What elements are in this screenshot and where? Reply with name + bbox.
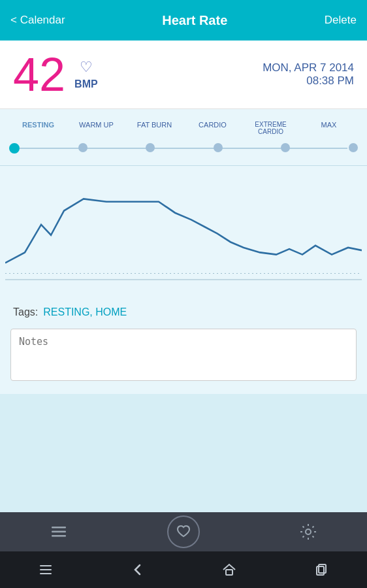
page-title: Heart Rate	[162, 13, 227, 28]
zone-resting[interactable]: RESTING	[9, 121, 67, 135]
zone-dot-extreme[interactable]	[281, 143, 290, 152]
svg-rect-5	[40, 565, 52, 566]
hr-date: MON, APR 7 2014	[263, 61, 354, 74]
svg-rect-3	[52, 535, 66, 537]
zone-dots	[9, 143, 358, 154]
heart-icon: ♡	[80, 59, 93, 76]
zone-selector: RESTING WARM UP FAT BURN CARDIO EXTREME …	[0, 109, 367, 165]
zone-cardio[interactable]: CARDIO	[184, 121, 242, 135]
bpm-label: BMP	[74, 78, 98, 90]
tags-section: Tags: RESTING, HOME	[0, 296, 367, 329]
svg-rect-1	[52, 527, 66, 529]
zone-labels: RESTING WARM UP FAT BURN CARDIO EXTREME …	[7, 121, 360, 135]
back-button[interactable]: < Calendar	[10, 14, 65, 27]
svg-rect-6	[40, 569, 52, 570]
delete-button[interactable]: Delete	[325, 14, 357, 27]
android-recents-button[interactable]	[313, 562, 329, 578]
zone-extreme-cardio[interactable]: EXTREME CARDIO	[242, 121, 300, 135]
zone-warmup[interactable]: WARM UP	[67, 121, 125, 135]
settings-tab-button[interactable]	[299, 523, 317, 541]
tags-value[interactable]: RESTING, HOME	[43, 306, 127, 318]
svg-rect-8	[226, 570, 232, 575]
hr-datetime: MON, APR 7 2014 08:38 PM	[263, 61, 354, 88]
tags-label: Tags:	[13, 306, 38, 318]
hr-time: 08:38 PM	[263, 74, 354, 88]
heart-rate-value: 42	[13, 51, 65, 98]
zone-dot-cardio[interactable]	[214, 143, 223, 152]
heart-rate-card: 42 ♡ BMP MON, APR 7 2014 08:38 PM	[0, 41, 367, 109]
svg-rect-2	[52, 531, 66, 533]
svg-rect-9	[317, 566, 324, 575]
list-tab-button[interactable]	[50, 523, 68, 541]
chart-section	[0, 165, 367, 296]
top-navigation-bar: < Calendar Heart Rate Delete	[0, 0, 367, 41]
heart-tab-button[interactable]	[167, 515, 200, 548]
chart-container	[0, 166, 367, 287]
android-menu-button[interactable]	[38, 562, 54, 578]
svg-rect-7	[40, 573, 52, 574]
zone-dot-warmup[interactable]	[78, 143, 88, 152]
zone-dot-fatburn[interactable]	[146, 143, 155, 152]
android-navigation-bar	[0, 551, 367, 588]
android-back-button[interactable]	[130, 562, 146, 578]
chart-ruler	[5, 273, 362, 274]
hr-value-section: 42 ♡ BMP	[13, 51, 98, 98]
zone-track	[7, 140, 360, 156]
zone-fatburn[interactable]: FAT BURN	[125, 121, 184, 135]
android-home-button[interactable]	[221, 562, 237, 578]
svg-rect-10	[319, 564, 326, 573]
svg-point-4	[306, 529, 311, 534]
notes-section	[0, 329, 367, 394]
bottom-tab-bar	[0, 512, 367, 551]
heart-rate-chart	[5, 172, 362, 280]
zone-dot-resting[interactable]	[9, 143, 20, 154]
zone-max[interactable]: MAX	[300, 121, 358, 135]
notes-input[interactable]	[10, 329, 357, 381]
bpm-column: ♡ BMP	[74, 59, 98, 90]
zone-dot-max[interactable]	[349, 143, 358, 152]
